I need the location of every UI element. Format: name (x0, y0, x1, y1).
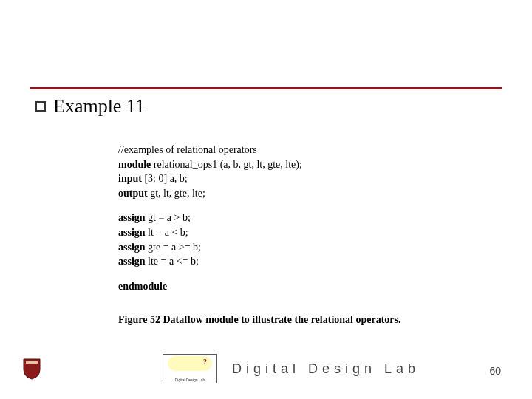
keyword: assign (118, 242, 146, 253)
code-line: assign lt = a < b; (118, 225, 502, 240)
title-row: Example 11 (35, 95, 502, 117)
code-block: //examples of relational operators modul… (118, 143, 502, 293)
page-number: 60 (489, 365, 501, 377)
keyword: module (118, 159, 151, 170)
keyword: endmodule (118, 281, 167, 292)
code-text: lte = a <= b; (146, 256, 199, 267)
logo: ? Digital Design Lab (163, 354, 217, 383)
shield-icon (22, 358, 41, 380)
code-line: assign lte = a <= b; (118, 254, 502, 269)
keyword: assign (118, 227, 146, 238)
code-line: input [3: 0] a, b; (118, 171, 502, 186)
code-line: endmodule (118, 279, 502, 294)
keyword: output (118, 188, 148, 199)
logo-mini-text: Digital Design Lab (163, 378, 216, 382)
divider (30, 87, 502, 89)
bullet-icon (35, 101, 46, 112)
code-line: assign gt = a > b; (118, 211, 502, 225)
code-text: gte = a >= b; (146, 242, 201, 253)
code-text: gt = a > b; (146, 212, 191, 223)
code-line: assign gte = a >= b; (118, 240, 502, 255)
code-line: module relational_ops1 (a, b, gt, lt, gt… (118, 157, 502, 172)
slide-title: Example 11 (53, 95, 145, 117)
keyword: input (118, 173, 142, 184)
code-text: gt, lt, gte, lte; (148, 188, 205, 199)
question-icon: ? (203, 358, 207, 366)
code-text: lt = a < b; (146, 227, 188, 238)
code-text: [3: 0] a, b; (142, 173, 188, 184)
code-text: relational_ops1 (a, b, gt, lt, gte, lte)… (151, 159, 302, 170)
code-line: //examples of relational operators (118, 143, 502, 157)
figure-caption: Figure 52 Dataflow module to illustrate … (118, 314, 502, 326)
footer-text: Digital Design Lab (232, 361, 420, 377)
slide: Example 11 //examples of relational oper… (0, 0, 532, 399)
keyword: assign (118, 212, 146, 223)
keyword: assign (118, 256, 146, 267)
code-line: output gt, lt, gte, lte; (118, 186, 502, 201)
footer: ? Digital Design Lab Digital Design Lab (0, 352, 532, 386)
